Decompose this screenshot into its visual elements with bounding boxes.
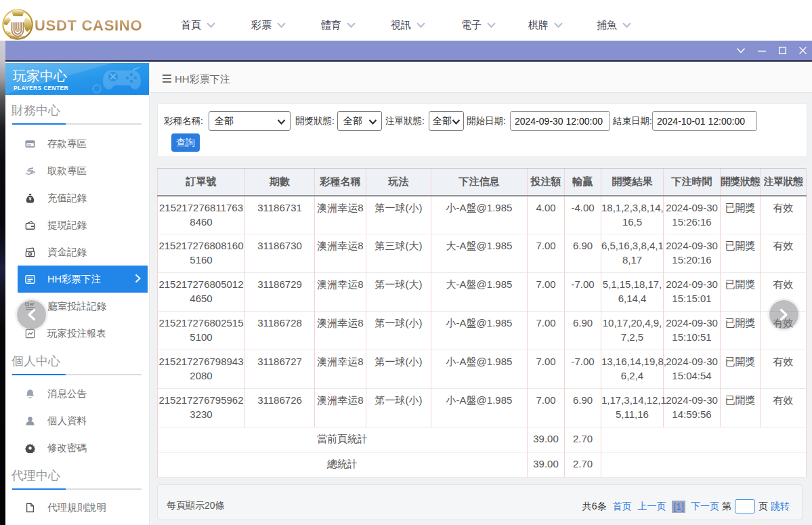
svg-text:¥: ¥	[29, 196, 32, 201]
svg-text:CASINO: CASINO	[9, 35, 25, 39]
svg-text:¥: ¥	[29, 252, 31, 255]
